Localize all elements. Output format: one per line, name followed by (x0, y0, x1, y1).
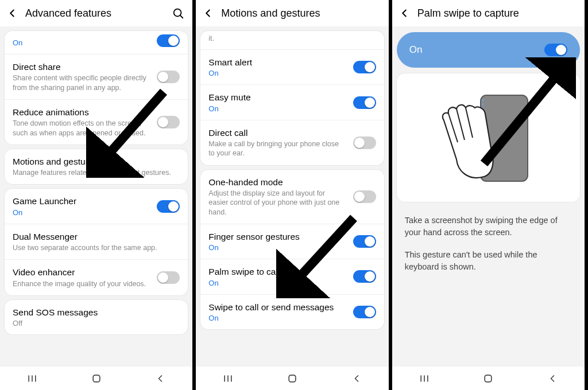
row-sub: Adjust the display size and layout for e… (208, 189, 346, 217)
card-group-2: One-handed mode Adjust the display size … (200, 170, 384, 329)
status-on: On (208, 314, 346, 322)
status-off: Off (13, 319, 180, 327)
nav-back-icon[interactable] (351, 373, 362, 384)
status-on: On (208, 104, 346, 113)
toggle[interactable] (353, 270, 376, 283)
toggle[interactable] (353, 306, 376, 318)
page-title: Advanced features (25, 7, 165, 20)
page-title: Palm swipe to capture (417, 7, 577, 20)
row-title: Easy mute (208, 92, 346, 103)
row-finger-sensor[interactable]: Finger sensor gestures On (200, 224, 384, 259)
row-direct-call[interactable]: Direct call Make a call by bringing your… (200, 120, 384, 165)
row-smart-alert[interactable]: Smart alert On (200, 50, 384, 85)
toggle[interactable] (157, 271, 180, 284)
row-sub: Enhance the image quality of your videos… (13, 279, 150, 288)
row-sub: Tone down motion effects on the screen, … (13, 119, 150, 138)
svg-rect-17 (485, 375, 492, 382)
row-one-handed[interactable]: One-handed mode Adjust the display size … (200, 170, 384, 224)
row-title: Video enhancer (13, 267, 150, 278)
card-group-4: Send SOS messages Off (5, 300, 188, 334)
row-easy-mute[interactable]: Easy mute On (200, 85, 384, 120)
recents-icon[interactable] (419, 373, 430, 384)
row-title: Palm swipe to capture (208, 266, 346, 277)
toggle[interactable] (353, 61, 376, 73)
home-icon[interactable] (482, 373, 494, 384)
partial-row[interactable]: On (5, 31, 188, 54)
row-title: Send SOS messages (13, 307, 180, 318)
toggle[interactable] (157, 34, 180, 47)
status-on: On (208, 69, 346, 77)
row-sub: Share content with specific people direc… (13, 73, 150, 92)
row-title: Motions and gestures (13, 156, 180, 167)
navbar (196, 366, 388, 390)
svg-line-1 (180, 15, 183, 18)
row-title: Smart alert (208, 57, 346, 68)
card-group-1: it. Smart alert On Easy mute On Direct c… (200, 31, 384, 165)
toggle[interactable] (157, 200, 180, 213)
row-send-sos[interactable]: Send SOS messages Off (5, 300, 188, 334)
on-label: On (409, 44, 423, 56)
status-on: On (208, 243, 346, 252)
toggle[interactable] (353, 96, 376, 109)
master-toggle-card[interactable]: On (397, 32, 580, 68)
content: it. Smart alert On Easy mute On Direct c… (196, 26, 388, 366)
description: Take a screenshot by swiping the edge of… (397, 206, 580, 273)
header: Advanced features (0, 0, 192, 26)
row-title: One-handed mode (208, 177, 346, 188)
row-video-enhancer[interactable]: Video enhancer Enhance the image quality… (5, 260, 188, 295)
row-reduce-animations[interactable]: Reduce animations Tone down motion effec… (5, 100, 188, 145)
home-icon[interactable] (287, 373, 298, 384)
nav-back-icon[interactable] (154, 373, 166, 384)
header: Motions and gestures (196, 0, 388, 26)
toggle[interactable] (544, 44, 567, 56)
illustration-card (397, 73, 580, 202)
toggle[interactable] (157, 116, 180, 128)
row-title: Dual Messenger (13, 231, 180, 242)
row-game-launcher[interactable]: Game Launcher On (5, 189, 188, 224)
content: On Direct share Share content with speci… (0, 26, 192, 366)
toggle[interactable] (353, 235, 376, 248)
desc-line-1: Take a screenshot by swiping the edge of… (405, 214, 572, 239)
card-group-1: On Direct share Share content with speci… (5, 31, 188, 145)
panel-palm-swipe: Palm swipe to capture On Take a screensh… (392, 0, 588, 390)
recents-icon[interactable] (222, 373, 234, 384)
row-title: Game Launcher (13, 196, 150, 206)
status-on: On (208, 279, 346, 287)
svg-rect-10 (289, 375, 296, 382)
row-title: Reduce animations (13, 107, 150, 118)
toggle[interactable] (157, 71, 180, 83)
back-icon[interactable] (6, 7, 18, 20)
desc-line-2: This gesture can't be used while the key… (405, 249, 572, 273)
toggle[interactable] (353, 190, 376, 203)
header: Palm swipe to capture (392, 0, 585, 26)
row-title: Swipe to call or send messages (208, 302, 346, 313)
panel-advanced-features: Advanced features On Direct share Share … (0, 0, 196, 390)
panel-motions-gestures: Motions and gestures it. Smart alert On … (196, 0, 392, 390)
back-icon[interactable] (202, 7, 214, 20)
toggle[interactable] (353, 136, 376, 149)
home-icon[interactable] (91, 373, 102, 384)
row-direct-share[interactable]: Direct share Share content with specific… (5, 54, 188, 100)
row-swipe-call[interactable]: Swipe to call or send messages On (200, 295, 384, 329)
row-title: Direct call (208, 127, 346, 138)
row-title: Direct share (13, 61, 150, 72)
recents-icon[interactable] (26, 373, 38, 384)
back-icon[interactable] (398, 7, 411, 20)
row-title: Finger sensor gestures (208, 231, 346, 242)
navbar (392, 366, 585, 390)
card-group-3: Game Launcher On Dual Messenger Use two … (5, 189, 188, 295)
search-icon[interactable] (172, 7, 184, 20)
row-palm-swipe[interactable]: Palm swipe to capture On (200, 259, 384, 294)
palm-swipe-illustration-icon (439, 85, 537, 188)
nav-back-icon[interactable] (547, 373, 558, 384)
row-sub: Make a call by bringing your phone close… (208, 139, 346, 158)
content: On Take a screenshot by swiping the edge… (392, 26, 585, 366)
row-sub: Use two separate accounts for the same a… (13, 243, 180, 252)
partial-row[interactable]: it. (200, 31, 384, 50)
row-dual-messenger[interactable]: Dual Messenger Use two separate accounts… (5, 224, 188, 260)
row-motions-gestures[interactable]: Motions and gestures Manage features rel… (5, 149, 188, 185)
status-on: On (13, 208, 150, 217)
page-title: Motions and gestures (221, 7, 380, 20)
row-sub: Manage features related to motions and g… (13, 168, 180, 177)
navbar (0, 366, 192, 390)
